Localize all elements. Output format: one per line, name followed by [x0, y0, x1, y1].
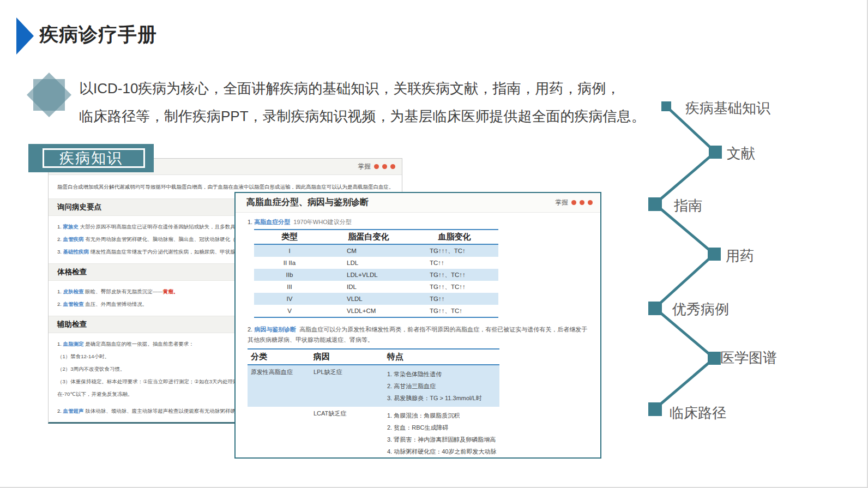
timeline-node: [708, 248, 721, 261]
panel-header-bar: 高脂血症分型、病因与鉴别诊断 掌握: [236, 193, 600, 213]
table-row: LCAT缺乏症 1. 角膜混浊：角膜脂质沉积 2. 贫血：RBC生成障碍 3. …: [248, 407, 499, 459]
timeline-node: [661, 101, 671, 111]
feature-line: 1. 常染色体隐性遗传: [387, 368, 499, 380]
table-row: 原发性高脂血症 LPL缺乏症 1. 常染色体隐性遗传 2. 高甘油三脂血症 3.…: [248, 365, 499, 407]
mastery-indicator: 掌握: [555, 198, 593, 207]
panel-intro-text: 脂蛋白合成增加或其分解代谢减弱均可导致循环中载脂蛋白增高，由于血脂在血液中以脂蛋…: [57, 184, 393, 191]
intro-line-2: 临床路径等，制作疾病PPT，录制疾病知识视频，为基层临床医师提供超全面的疾病信息…: [79, 108, 646, 124]
title-arrow-icon: [16, 17, 34, 55]
timeline-item-clinical-path: 临床路径: [670, 403, 726, 423]
diamond-icon: [26, 72, 72, 118]
etiology-table: 分类 病因 特点 原发性高脂血症 LPL缺乏症 1. 常染色体隐性遗传 2. 高…: [248, 348, 499, 459]
feature-line: 1. 角膜混浊：角膜脂质沉积: [387, 409, 499, 421]
tag-label: 疾病知识: [28, 144, 154, 172]
table-row: ICMTG↑↑↑、TC↑: [254, 245, 498, 257]
table-row: VVLDL+CMTG↑↑、TC↑: [254, 305, 498, 317]
table-row: II IIaLDLTC↑↑: [254, 257, 498, 269]
mastery-dot: [588, 200, 593, 205]
mastery-dot: [374, 164, 379, 169]
column-header: 类型: [254, 232, 325, 242]
feature-line: 2. 贫血：RBC生成障碍: [387, 421, 499, 433]
section-heading-typing: 1. 高脂血症分型 1970年WHO建议分型: [248, 218, 588, 226]
mastery-label: 掌握: [555, 198, 568, 207]
column-header: 分类: [251, 352, 314, 362]
timeline-item-literature: 文献: [727, 144, 755, 163]
column-header: 病因: [314, 352, 387, 362]
timeline-item-atlas: 医学图谱: [720, 348, 777, 367]
table-row: IIIIDLTG↑↑、TC↑↑: [254, 281, 498, 293]
page-title: 疾病诊疗手册: [39, 22, 157, 47]
mastery-dot: [580, 200, 584, 205]
mastery-dot: [382, 164, 387, 169]
timeline-node: [708, 352, 721, 365]
slide-page: 疾病诊疗手册 以ICD-10疾病为核心，全面讲解疾病的基础知识，关联疾病文献，指…: [0, 0, 868, 488]
timeline-node: [648, 302, 662, 315]
timeline-item-guideline: 指南: [674, 196, 702, 215]
feature-line: 3. 易发胰腺炎：TG > 11.3mmol/L时: [387, 392, 499, 404]
panel-content: 1. 高脂血症分型 1970年WHO建议分型 类型 脂蛋白变化 血脂变化 ICM…: [236, 213, 600, 459]
table-row: IIbLDL+VLDLTG↑↑、TC↑↑: [254, 269, 498, 281]
mastery-dot: [390, 164, 395, 169]
timeline-item-medication: 用药: [726, 246, 754, 266]
column-header: 特点: [387, 352, 499, 362]
timeline-item-basic-knowledge: 疾病基础知识: [685, 99, 770, 118]
intro-text: 以ICD-10疾病为核心，全面讲解疾病的基础知识，关联疾病文献，指南，用药，病例…: [79, 75, 657, 130]
timeline-node: [648, 402, 662, 416]
table-row: IVVLDLTG↑↑: [254, 293, 498, 305]
timeline-item-cases: 优秀病例: [672, 300, 729, 319]
column-header: 脂蛋白变化: [325, 232, 412, 242]
who-typing-table: 类型 脂蛋白变化 血脂变化 ICMTG↑↑↑、TC↑ II IIaLDLTC↑↑…: [254, 229, 498, 318]
column-header: 血脂变化: [412, 232, 497, 242]
mastery-label: 掌握: [358, 162, 371, 171]
mastery-dot: [571, 200, 576, 205]
hyperlipidemia-typing-panel: 高脂血症分型、病因与鉴别诊断 掌握 1. 高脂血症分型 1970年WHO建议分型…: [234, 192, 601, 459]
timeline-node: [709, 146, 722, 159]
timeline-node: [648, 197, 662, 211]
table-header-row: 分类 病因 特点: [248, 350, 499, 365]
disease-knowledge-tag: 疾病知识: [28, 144, 154, 172]
panel-title: 高脂血症分型、病因与鉴别诊断: [246, 197, 369, 208]
section-heading-etiology: 2. 病因与鉴别诊断 高脂血症可以分为原发性和继发性两类，前者指不明原因的高脂血…: [248, 324, 588, 345]
intro-line-1: 以ICD-10疾病为核心，全面讲解疾病的基础知识，关联疾病文献，指南，用药，病例…: [79, 80, 620, 97]
table-header-row: 类型 脂蛋白变化 血脂变化: [254, 230, 498, 245]
feature-line: 2. 高甘油三脂血症: [387, 380, 499, 392]
feature-line: 4. 动脉粥样硬化症：40岁之前即发大动脉硬化、小动脉纤维化、肾动脉狭窄: [387, 445, 499, 459]
feature-line: 3. 肾损害：神内游离胆固醇及卵磷脂增高: [387, 433, 499, 445]
mastery-indicator: 掌握: [358, 162, 395, 171]
